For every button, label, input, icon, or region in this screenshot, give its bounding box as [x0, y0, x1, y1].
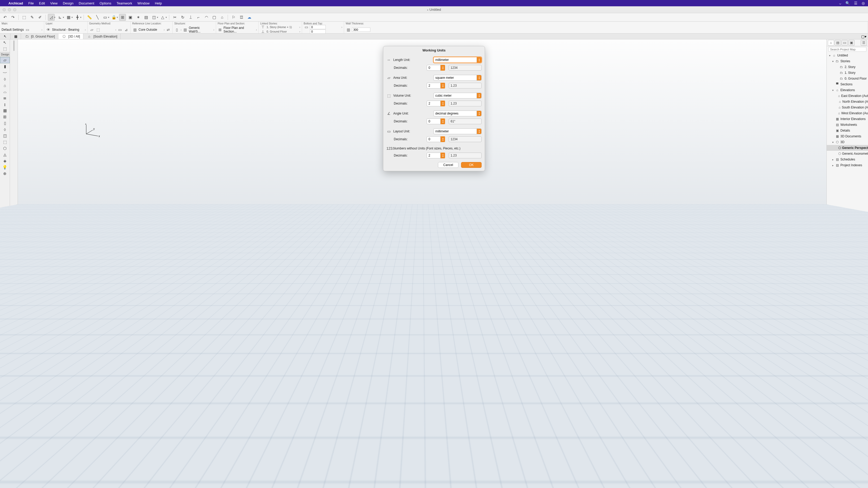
- dialog-backdrop: Working Units ↔ Length Unit: millimeter▴…: [0, 0, 868, 39]
